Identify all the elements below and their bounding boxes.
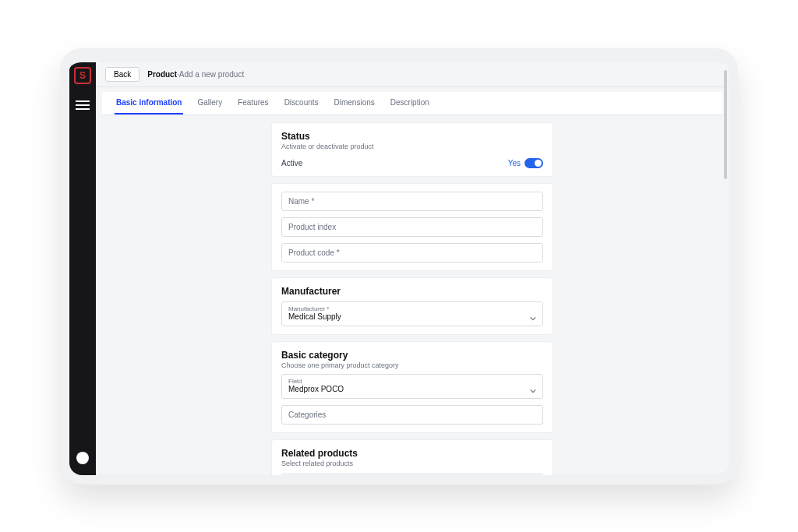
category-field-label: Field (288, 378, 536, 385)
main-content: Back Product·Add a new product Basic inf… (96, 62, 729, 475)
chevron-down-icon (530, 383, 536, 389)
tab-discounts[interactable]: Discounts (283, 92, 320, 115)
tab-description[interactable]: Description (389, 92, 431, 115)
topbar: Back Product·Add a new product (96, 62, 729, 87)
status-card: Status Activate or deactivate product Ac… (272, 123, 553, 176)
active-label: Active (281, 159, 302, 167)
basic-category-card: Basic category Choose one primary produc… (272, 342, 553, 432)
avatar[interactable] (76, 452, 89, 464)
tab-features[interactable]: Features (236, 92, 270, 115)
basic-category-title: Basic category (281, 350, 543, 361)
app-logo[interactable]: S (74, 67, 91, 84)
name-field[interactable]: Name * (281, 192, 543, 211)
related-products-field[interactable]: Related products (281, 474, 543, 475)
breadcrumb-root: Product (147, 70, 177, 79)
breadcrumb: Product·Add a new product (147, 70, 244, 79)
laptop-camera (397, 52, 401, 56)
manufacturer-select[interactable]: Manufacturer * Medical Supply (281, 301, 543, 326)
manufacturer-title: Manufacturer (281, 286, 543, 297)
active-toggle[interactable] (524, 158, 543, 168)
manufacturer-value: Medical Supply (288, 312, 536, 321)
tab-basic-information[interactable]: Basic information (115, 92, 183, 115)
category-field-value: Medprox POCO (288, 385, 536, 393)
product-index-field[interactable]: Product index (281, 217, 543, 237)
product-code-field[interactable]: Product code * (281, 243, 543, 262)
breadcrumb-current: Add a new product (179, 70, 244, 79)
category-field-select[interactable]: Field Medprox POCO (281, 374, 543, 399)
status-subtitle: Activate or deactivate product (281, 143, 543, 150)
scrollbar[interactable] (724, 70, 727, 179)
categories-field[interactable]: Categories (281, 405, 543, 425)
tabs: Basic information Gallery Features Disco… (102, 92, 722, 115)
related-products-title: Related products (281, 448, 543, 459)
related-products-subtitle: Select related products (281, 460, 543, 467)
chevron-down-icon (530, 311, 536, 317)
toggle-value-text: Yes (508, 159, 521, 167)
back-button[interactable]: Back (105, 67, 139, 82)
manufacturer-card: Manufacturer Manufacturer * Medical Supp… (272, 278, 553, 334)
status-title: Status (281, 131, 543, 142)
tab-gallery[interactable]: Gallery (196, 92, 224, 115)
naming-card: Name * Product index Product code * (272, 184, 553, 270)
sidebar: S (69, 62, 96, 475)
basic-category-subtitle: Choose one primary product category (281, 361, 543, 369)
manufacturer-field-label: Manufacturer * (288, 305, 536, 312)
menu-icon[interactable] (76, 98, 90, 112)
laptop-base (60, 478, 738, 484)
related-products-card: Related products Select related products… (272, 440, 553, 475)
tab-dimensions[interactable]: Dimensions (333, 92, 376, 115)
